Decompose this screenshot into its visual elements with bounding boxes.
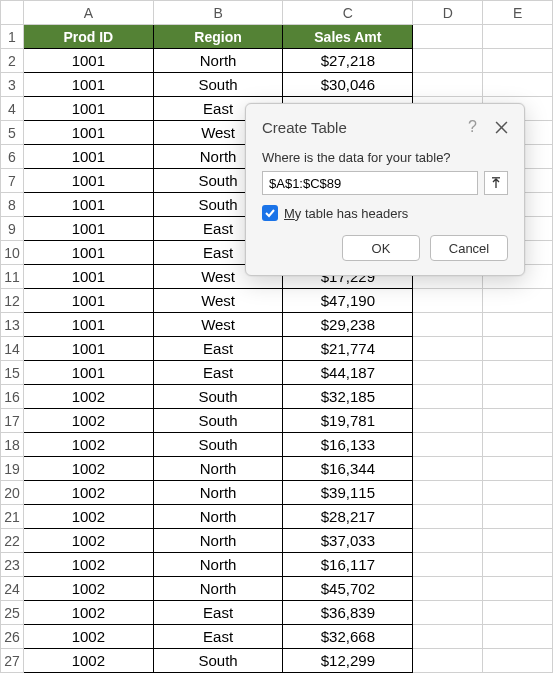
close-icon[interactable] [495, 121, 508, 134]
cell[interactable]: North [153, 49, 283, 73]
help-icon[interactable]: ? [468, 118, 477, 136]
cell[interactable]: 1001 [23, 241, 153, 265]
cell[interactable]: 1002 [23, 457, 153, 481]
cell[interactable]: North [153, 457, 283, 481]
cell[interactable]: North [153, 481, 283, 505]
row-header[interactable]: 17 [1, 409, 24, 433]
cell[interactable]: South [153, 433, 283, 457]
cell[interactable]: North [153, 529, 283, 553]
cell[interactable] [483, 361, 553, 385]
cell[interactable] [483, 313, 553, 337]
cell[interactable]: 1002 [23, 577, 153, 601]
cell[interactable]: $44,187 [283, 361, 413, 385]
row-header[interactable]: 9 [1, 217, 24, 241]
cell[interactable] [483, 649, 553, 673]
cell[interactable]: 1001 [23, 145, 153, 169]
cell[interactable] [483, 625, 553, 649]
cell[interactable]: $12,299 [283, 649, 413, 673]
cell[interactable]: $32,668 [283, 625, 413, 649]
cell[interactable] [413, 577, 483, 601]
row-header[interactable]: 19 [1, 457, 24, 481]
cell[interactable]: North [153, 577, 283, 601]
col-header-E[interactable]: E [483, 1, 553, 25]
row-header[interactable]: 2 [1, 49, 24, 73]
cell[interactable]: East [153, 601, 283, 625]
cell[interactable]: South [153, 409, 283, 433]
cell[interactable]: 1001 [23, 217, 153, 241]
row-header[interactable]: 16 [1, 385, 24, 409]
cell[interactable] [483, 49, 553, 73]
ok-button[interactable]: OK [342, 235, 420, 261]
spreadsheet-grid[interactable]: A B C D E 1Prod IDRegionSales Amt21001No… [0, 0, 553, 673]
row-header[interactable]: 15 [1, 361, 24, 385]
row-header[interactable]: 27 [1, 649, 24, 673]
cell[interactable]: $27,218 [283, 49, 413, 73]
row-header[interactable]: 26 [1, 625, 24, 649]
cell[interactable]: South [153, 385, 283, 409]
cell[interactable]: $45,702 [283, 577, 413, 601]
cell[interactable]: 1002 [23, 433, 153, 457]
cell[interactable] [483, 337, 553, 361]
cell[interactable] [413, 625, 483, 649]
cell[interactable] [413, 601, 483, 625]
cell[interactable] [483, 409, 553, 433]
cell[interactable]: $36,839 [283, 601, 413, 625]
row-header[interactable]: 3 [1, 73, 24, 97]
row-header[interactable]: 8 [1, 193, 24, 217]
cell[interactable] [483, 553, 553, 577]
cell[interactable]: 1001 [23, 313, 153, 337]
cell[interactable]: West [153, 313, 283, 337]
row-header[interactable]: 18 [1, 433, 24, 457]
col-header-C[interactable]: C [283, 1, 413, 25]
cell[interactable]: $30,046 [283, 73, 413, 97]
col-header-B[interactable]: B [153, 1, 283, 25]
cell[interactable]: $16,117 [283, 553, 413, 577]
cell[interactable] [483, 505, 553, 529]
row-header[interactable]: 4 [1, 97, 24, 121]
cell[interactable] [413, 385, 483, 409]
cell[interactable] [413, 529, 483, 553]
cell[interactable]: 1002 [23, 481, 153, 505]
cell[interactable] [413, 409, 483, 433]
cell[interactable] [413, 505, 483, 529]
cell[interactable]: Sales Amt [283, 25, 413, 49]
cell[interactable] [413, 313, 483, 337]
cell[interactable]: 1002 [23, 385, 153, 409]
cell[interactable]: $29,238 [283, 313, 413, 337]
collapse-dialog-icon[interactable] [484, 171, 508, 195]
cancel-button[interactable]: Cancel [430, 235, 508, 261]
cell[interactable]: 1001 [23, 193, 153, 217]
cell[interactable] [413, 49, 483, 73]
row-header[interactable]: 23 [1, 553, 24, 577]
row-header[interactable]: 24 [1, 577, 24, 601]
cell[interactable]: 1002 [23, 505, 153, 529]
row-header[interactable]: 6 [1, 145, 24, 169]
cell[interactable] [413, 457, 483, 481]
cell[interactable]: West [153, 289, 283, 313]
cell[interactable]: $32,185 [283, 385, 413, 409]
col-header-D[interactable]: D [413, 1, 483, 25]
cell[interactable] [483, 457, 553, 481]
cell[interactable]: South [153, 73, 283, 97]
cell[interactable]: 1002 [23, 529, 153, 553]
cell[interactable]: $47,190 [283, 289, 413, 313]
cell[interactable]: North [153, 553, 283, 577]
cell[interactable]: 1001 [23, 289, 153, 313]
row-header[interactable]: 22 [1, 529, 24, 553]
cell[interactable]: 1001 [23, 337, 153, 361]
row-header[interactable]: 25 [1, 601, 24, 625]
row-header[interactable]: 12 [1, 289, 24, 313]
cell[interactable]: 1002 [23, 649, 153, 673]
cell[interactable]: North [153, 505, 283, 529]
cell[interactable] [413, 337, 483, 361]
cell[interactable] [483, 481, 553, 505]
cell[interactable]: 1002 [23, 553, 153, 577]
cell[interactable]: 1001 [23, 73, 153, 97]
select-all-corner[interactable] [1, 1, 24, 25]
row-header[interactable]: 1 [1, 25, 24, 49]
cell[interactable]: $21,774 [283, 337, 413, 361]
cell[interactable] [483, 601, 553, 625]
cell[interactable] [413, 553, 483, 577]
cell[interactable] [483, 529, 553, 553]
row-header[interactable]: 14 [1, 337, 24, 361]
